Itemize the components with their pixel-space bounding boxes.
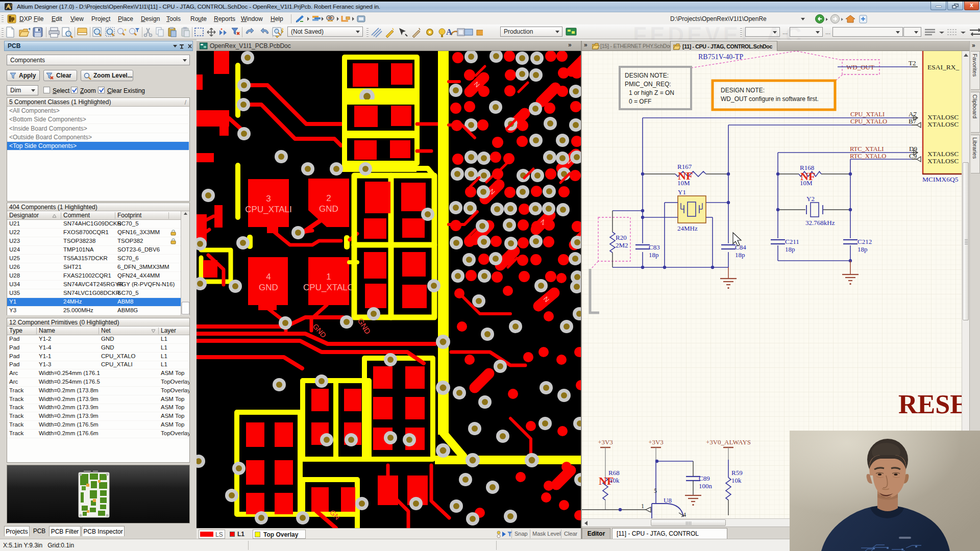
svg-text:ESAI_RX_: ESAI_RX_ [927,63,960,71]
svg-text:+3V3: +3V3 [598,438,613,446]
svg-text:Y1: Y1 [678,188,686,196]
svg-text:4: 4 [683,511,686,518]
svg-text:R59: R59 [731,469,743,477]
svg-text:DESIGN NOTE:: DESIGN NOTE: [721,87,765,94]
svg-text:GND: GND [259,283,278,292]
svg-text:RTC_XTALI: RTC_XTALI [850,145,884,153]
svg-text:A7: A7 [909,110,917,118]
svg-text:32.768kHz: 32.768kHz [805,219,835,227]
svg-text:MCIMX6Q5: MCIMX6Q5 [922,176,959,183]
svg-text:100n: 100n [699,482,713,490]
svg-text:T2: T2 [909,59,916,67]
svg-text:C211: C211 [785,238,799,245]
svg-text:RTC_XTALO: RTC_XTALO [850,153,886,160]
svg-text:PMIC_ON_REQ:: PMIC_ON_REQ: [625,81,671,88]
svg-text:R20: R20 [616,234,627,241]
svg-text:4: 4 [266,272,271,282]
svg-text:+3V3: +3V3 [648,438,664,446]
svg-text:0 = OFF: 0 = OFF [629,98,651,105]
svg-text:24MHz: 24MHz [677,224,698,232]
svg-text:RB751V-40-TP: RB751V-40-TP [698,53,743,61]
svg-text:3: 3 [266,194,271,204]
svg-text:C83: C83 [649,243,660,251]
svg-text:10M: 10M [800,179,813,187]
svg-text:18p: 18p [785,245,795,253]
svg-text:CPU_XTALI: CPU_XTALI [850,111,885,118]
svg-text:C9: C9 [909,152,917,160]
svg-text:18p: 18p [857,245,868,253]
svg-text:XTALOSC: XTALOSC [927,157,959,165]
svg-text:Y2: Y2 [806,195,815,203]
svg-text:U8: U8 [664,496,672,504]
svg-text:A: A [446,28,452,36]
svg-text:WD_OUT configure in software f: WD_OUT configure in software first. [721,95,819,103]
svg-text:10k: 10k [731,477,742,484]
svg-text:1 or high Z = ON: 1 or high Z = ON [629,89,674,96]
svg-text:DESIGN NOTE:: DESIGN NOTE: [625,72,669,79]
svg-text:RESE: RESE [898,390,968,419]
svg-text:18p: 18p [735,251,745,259]
svg-text:XTALOSC: XTALOSC [927,120,959,128]
svg-text:R68: R68 [608,469,620,477]
svg-text:C212: C212 [857,238,872,245]
svg-text:10M: 10M [677,179,690,187]
svg-text:XTALOSC: XTALOSC [927,150,959,158]
svg-text:+3V0_ALWAYS: +3V0_ALWAYS [706,438,751,446]
svg-text:CPU_XTALO: CPU_XTALO [850,118,887,125]
svg-text:18p: 18p [649,251,659,259]
svg-text:2M2: 2M2 [616,241,628,249]
svg-text:5: 5 [654,487,657,494]
svg-text:D9: D9 [909,145,917,153]
svg-text:GND: GND [319,204,338,214]
svg-text:1: 1 [326,272,331,282]
svg-text:XTALOSC: XTALOSC [927,113,959,121]
svg-text:C89: C89 [699,474,710,482]
svg-text:10k: 10k [609,477,620,484]
svg-text:1: 1 [641,503,644,510]
svg-text:17: 17 [10,4,14,7]
svg-text:CPU_XTALI: CPU_XTALI [245,205,291,214]
svg-text:2: 2 [326,193,331,203]
svg-text:CPU_XTALO: CPU_XTALO [303,283,354,292]
svg-text:B7: B7 [909,117,917,125]
